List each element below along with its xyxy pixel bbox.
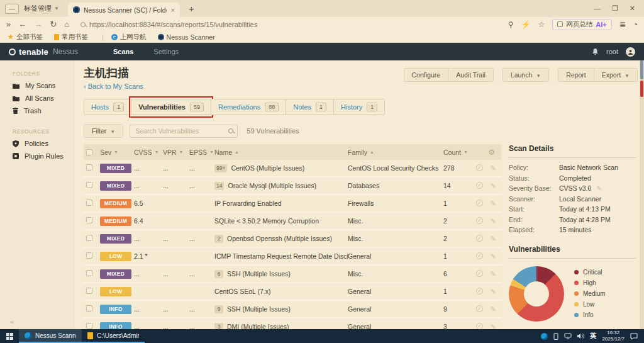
forward-button[interactable]: → bbox=[34, 20, 42, 28]
edit-icon[interactable]: ✎ bbox=[491, 200, 496, 208]
new-tab-button[interactable]: + bbox=[189, 3, 194, 14]
export-button[interactable]: Export▼ bbox=[594, 68, 638, 82]
bookmark-star-icon[interactable]: ☆ bbox=[538, 20, 545, 29]
start-button[interactable] bbox=[0, 333, 19, 340]
edit-icon[interactable]: ✎ bbox=[491, 323, 496, 330]
table-row[interactable]: LOW 2.1 * ICMP Timestamp Request Remote … bbox=[84, 248, 501, 266]
table-row[interactable]: LOW CentOS SEoL (7.x) General 1 ✓✎ bbox=[84, 283, 501, 301]
bookmark-all[interactable]: ★全部书签 bbox=[8, 33, 43, 42]
sidebar-item-all-scans[interactable]: All Scans bbox=[0, 92, 74, 104]
audit-trail-button[interactable]: Audit Trail bbox=[448, 68, 494, 82]
row-checkbox[interactable] bbox=[86, 323, 92, 329]
window-minimize-button[interactable]: — bbox=[594, 4, 601, 13]
edit-icon[interactable]: ✎ bbox=[596, 185, 601, 192]
row-checkbox[interactable] bbox=[86, 164, 92, 171]
lightning-icon[interactable]: ⚡ bbox=[521, 20, 531, 29]
vulnerability-name[interactable]: SQLite < 3.50.2 Memory Corruption bbox=[214, 217, 319, 225]
overflow-chevrons-icon[interactable]: » bbox=[6, 20, 11, 28]
taskbar-app-explorer[interactable]: C:\Users\Adminis... bbox=[82, 329, 145, 343]
table-row[interactable]: MIXED ... ... ... 2Openbsd Openssh (Mult… bbox=[84, 230, 501, 248]
window-maximize-button[interactable]: ❐ bbox=[612, 4, 618, 13]
bookmark-frequent[interactable]: 常用书签 bbox=[54, 33, 88, 42]
accept-risk-icon[interactable]: ✓ bbox=[476, 235, 483, 242]
col-name[interactable]: Name▲ bbox=[214, 149, 348, 156]
search-vulnerabilities-input[interactable] bbox=[130, 125, 238, 138]
row-checkbox[interactable] bbox=[86, 217, 92, 223]
vulnerability-name[interactable]: DMI (Multiple Issues) bbox=[227, 323, 289, 329]
table-row[interactable]: MEDIUM 6.5 IP Forwarding Enabled Firewal… bbox=[84, 195, 501, 213]
configure-button[interactable]: Configure bbox=[404, 68, 449, 82]
accept-risk-icon[interactable]: ✓ bbox=[476, 252, 483, 259]
filter-button[interactable]: Filter▼ bbox=[84, 124, 123, 138]
tab-hosts[interactable]: Hosts1 bbox=[84, 99, 131, 115]
vulnerability-name[interactable]: IP Forwarding Enabled bbox=[214, 200, 282, 207]
back-button[interactable]: ← bbox=[18, 20, 26, 28]
accept-risk-icon[interactable]: ✓ bbox=[476, 182, 483, 189]
speaker-icon[interactable] bbox=[577, 333, 584, 339]
edit-icon[interactable]: ✎ bbox=[491, 235, 496, 243]
gear-icon[interactable]: ⚙ bbox=[488, 148, 501, 157]
sidebar-item-policies[interactable]: Policies bbox=[0, 137, 74, 150]
vulnerability-name[interactable]: SSH (Multiple Issues) bbox=[227, 270, 291, 278]
row-checkbox[interactable] bbox=[86, 235, 92, 241]
col-count[interactable]: Count▼ bbox=[443, 149, 472, 156]
scrollbar-thumb[interactable] bbox=[640, 60, 643, 79]
table-row[interactable]: INFO ... ... ... 3DMI (Multiple Issues) … bbox=[84, 318, 501, 329]
edit-icon[interactable]: ✎ bbox=[491, 305, 496, 313]
sidebar-item-plugin-rules[interactable]: Plugin Rules bbox=[0, 150, 74, 162]
row-checkbox[interactable] bbox=[86, 305, 92, 312]
col-cvss[interactable]: CVSS▼ bbox=[134, 149, 163, 156]
vulnerability-name[interactable]: ICMP Timestamp Request Remote Date Discl… bbox=[214, 252, 348, 260]
browser-menu-icon[interactable]: — bbox=[5, 4, 19, 14]
theme-toggle-icon[interactable]: ◔ bbox=[633, 20, 638, 29]
sidebar-item-trash[interactable]: Trash bbox=[0, 104, 74, 117]
phone-icon[interactable] bbox=[553, 333, 558, 340]
tray-browser-icon[interactable] bbox=[541, 333, 548, 340]
bookmark-webnav[interactable]: e上网导航 bbox=[111, 33, 147, 42]
accept-risk-icon[interactable]: ✓ bbox=[476, 323, 483, 330]
accept-risk-icon[interactable]: ✓ bbox=[476, 305, 483, 312]
accept-risk-icon[interactable]: ✓ bbox=[476, 288, 483, 295]
ime-language-indicator[interactable]: 英 bbox=[590, 332, 597, 340]
row-checkbox[interactable] bbox=[86, 288, 92, 294]
accept-risk-icon[interactable]: ✓ bbox=[476, 217, 483, 224]
edit-icon[interactable]: ✎ bbox=[491, 182, 496, 190]
home-button[interactable]: ⌂ bbox=[64, 20, 69, 28]
bookmark-nessus[interactable]: Nessus Scanner bbox=[158, 33, 215, 41]
reading-list-icon[interactable]: ≣ bbox=[619, 20, 626, 29]
tab-close-icon[interactable]: × bbox=[170, 6, 174, 14]
browser-tab[interactable]: Nessus Scanner (SC) / Folde × bbox=[68, 3, 180, 17]
accept-risk-icon[interactable]: ✓ bbox=[476, 200, 483, 206]
window-close-button[interactable]: ✕ bbox=[630, 4, 635, 13]
accept-risk-icon[interactable]: ✓ bbox=[476, 270, 483, 277]
password-key-icon[interactable]: ⚲ bbox=[508, 20, 514, 29]
edit-icon[interactable]: ✎ bbox=[491, 288, 496, 296]
back-to-my-scans-link[interactable]: ‹ Back to My Scans bbox=[84, 82, 143, 90]
address-bar[interactable]: https://localhost:8834/#/scans/reports/1… bbox=[77, 21, 501, 28]
table-row[interactable]: INFO ... ... ... 9SSH (Multiple Issues) … bbox=[84, 301, 501, 318]
launch-button[interactable]: Launch▼ bbox=[502, 68, 549, 82]
col-vpr[interactable]: VPR▼ bbox=[163, 149, 189, 156]
vulnerability-name[interactable]: SSH (Multiple Issues) bbox=[227, 305, 291, 313]
select-all-checkbox[interactable] bbox=[86, 149, 92, 155]
accept-risk-icon[interactable]: ✓ bbox=[476, 164, 483, 171]
tab-notes[interactable]: Notes1 bbox=[286, 99, 334, 115]
table-row[interactable]: MEDIUM 6.4 SQLite < 3.50.2 Memory Corrup… bbox=[84, 213, 501, 230]
notification-icon[interactable] bbox=[630, 333, 638, 340]
vulnerability-name[interactable]: Oracle Mysql (Multiple Issues) bbox=[228, 182, 316, 189]
tab-history[interactable]: History1 bbox=[333, 99, 385, 115]
taskbar-clock[interactable]: 16:32 2025/12/7 bbox=[602, 330, 625, 342]
col-sev[interactable]: Sev▼ bbox=[100, 149, 134, 156]
nav-settings[interactable]: Settings bbox=[143, 43, 189, 60]
tab-vulnerabilities[interactable]: Vulnerabilities59 bbox=[131, 99, 211, 115]
col-family[interactable]: Family▲ bbox=[348, 149, 443, 156]
bell-icon[interactable] bbox=[592, 48, 599, 55]
network-icon[interactable] bbox=[564, 333, 572, 339]
edit-icon[interactable]: ✎ bbox=[491, 164, 496, 172]
taskbar-app-nessus[interactable]: Nessus Scanner (... bbox=[19, 329, 82, 343]
sidebar-item-my-scans[interactable]: My Scans bbox=[0, 79, 74, 92]
tab-manager-button[interactable]: 标签管理▼ bbox=[24, 4, 59, 13]
table-row[interactable]: MIXED ... ... ... 6SSH (Multiple Issues)… bbox=[84, 266, 501, 283]
report-button[interactable]: Report bbox=[558, 68, 594, 82]
refresh-button[interactable]: ↻ bbox=[50, 20, 57, 28]
